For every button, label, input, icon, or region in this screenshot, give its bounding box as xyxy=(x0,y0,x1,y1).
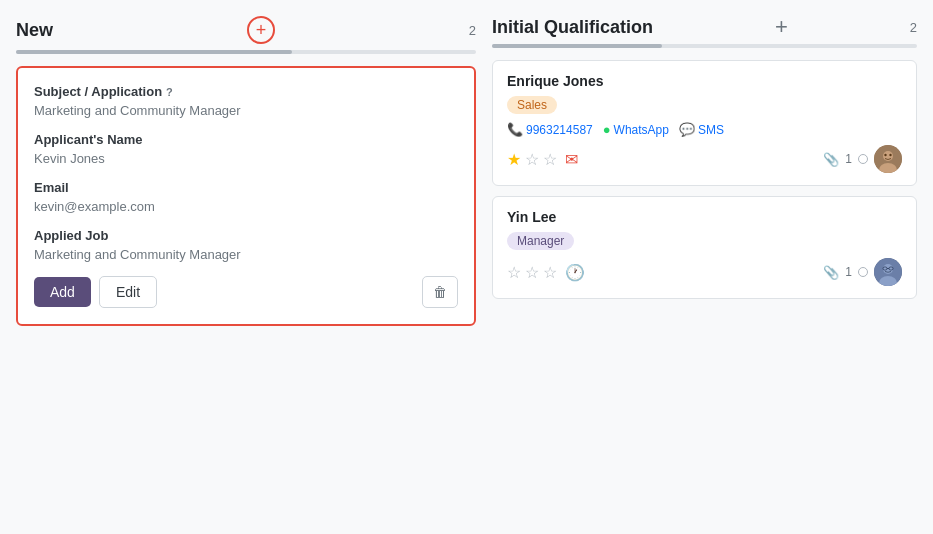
subject-label: Subject / Application ? xyxy=(34,84,458,99)
left-column-count: 2 xyxy=(469,23,476,38)
enrique-phone: 📞 9963214587 xyxy=(507,122,593,137)
right-column-title: Initial Qualification xyxy=(492,17,653,38)
add-new-button[interactable]: + xyxy=(247,16,275,44)
kanban-card-yin: Yin Lee Manager ☆ ☆ ☆ 🕐 📎 1 xyxy=(492,196,917,299)
yin-attachments: 📎 1 xyxy=(823,258,902,286)
enrique-sms[interactable]: 💬 SMS xyxy=(679,122,724,137)
yin-stars: ☆ ☆ ☆ 🕐 xyxy=(507,263,585,282)
yin-activity-dot xyxy=(858,267,868,277)
yin-paperclip-icon: 📎 xyxy=(823,265,839,280)
enrique-attachments: 📎 1 xyxy=(823,145,902,173)
svg-point-3 xyxy=(884,154,886,156)
left-progress-bar xyxy=(16,50,476,54)
star-3[interactable]: ☆ xyxy=(543,150,557,169)
subject-value: Marketing and Community Manager xyxy=(34,103,458,118)
enrique-name: Enrique Jones xyxy=(507,73,902,89)
edit-button[interactable]: Edit xyxy=(99,276,157,308)
plus-circle-icon: + xyxy=(256,20,267,41)
email-label: Email xyxy=(34,180,458,195)
yin-name: Yin Lee xyxy=(507,209,902,225)
left-column: New + 2 Subject / Application ? Marketin… xyxy=(16,16,476,518)
applicant-label: Applicant's Name xyxy=(34,132,458,147)
right-progress-fill xyxy=(492,44,662,48)
add-button[interactable]: Add xyxy=(34,277,91,307)
applicant-value: Kevin Jones xyxy=(34,151,458,166)
enrique-activity-dot xyxy=(858,154,868,164)
svg-point-4 xyxy=(889,154,891,156)
right-add-button[interactable]: + xyxy=(775,16,788,38)
phone-icon: 📞 xyxy=(507,122,523,137)
yin-attachment-count: 1 xyxy=(845,265,852,279)
yin-badge: Manager xyxy=(507,232,574,250)
yin-star-2[interactable]: ☆ xyxy=(525,263,539,282)
help-icon[interactable]: ? xyxy=(166,86,173,98)
envelope-icon[interactable]: ✉ xyxy=(565,150,578,169)
enrique-avatar xyxy=(874,145,902,173)
left-column-title: New xyxy=(16,20,53,41)
star-1[interactable]: ★ xyxy=(507,150,521,169)
yin-star-1[interactable]: ☆ xyxy=(507,263,521,282)
right-progress-bar xyxy=(492,44,917,48)
enrique-contact-row: 📞 9963214587 ● WhatsApp 💬 SMS xyxy=(507,122,902,137)
applied-job-value: Marketing and Community Manager xyxy=(34,247,458,262)
enrique-whatsapp[interactable]: ● WhatsApp xyxy=(603,122,669,137)
yin-footer-row: ☆ ☆ ☆ 🕐 📎 1 xyxy=(507,258,902,286)
yin-star-3[interactable]: ☆ xyxy=(543,263,557,282)
trash-icon: 🗑 xyxy=(433,284,447,300)
kanban-card-enrique: Enrique Jones Sales 📞 9963214587 ● Whats… xyxy=(492,60,917,186)
yin-avatar xyxy=(874,258,902,286)
left-column-header: New + 2 xyxy=(16,16,476,44)
delete-button[interactable]: 🗑 xyxy=(422,276,458,308)
applied-job-label: Applied Job xyxy=(34,228,458,243)
sms-icon: 💬 xyxy=(679,122,695,137)
whatsapp-icon: ● xyxy=(603,122,611,137)
enrique-badge: Sales xyxy=(507,96,557,114)
new-application-card: Subject / Application ? Marketing and Co… xyxy=(16,66,476,326)
clock-icon: 🕐 xyxy=(565,263,585,282)
card-actions: Add Edit 🗑 xyxy=(34,276,458,308)
email-value: kevin@example.com xyxy=(34,199,458,214)
right-column-count: 2 xyxy=(910,20,917,35)
right-column-header: Initial Qualification + 2 xyxy=(492,16,917,38)
star-2[interactable]: ☆ xyxy=(525,150,539,169)
right-column: Initial Qualification + 2 Enrique Jones … xyxy=(492,16,917,518)
left-progress-fill xyxy=(16,50,292,54)
enrique-attachment-count: 1 xyxy=(845,152,852,166)
enrique-stars: ★ ☆ ☆ ✉ xyxy=(507,150,578,169)
enrique-footer-row: ★ ☆ ☆ ✉ 📎 1 xyxy=(507,145,902,173)
paperclip-icon: 📎 xyxy=(823,152,839,167)
